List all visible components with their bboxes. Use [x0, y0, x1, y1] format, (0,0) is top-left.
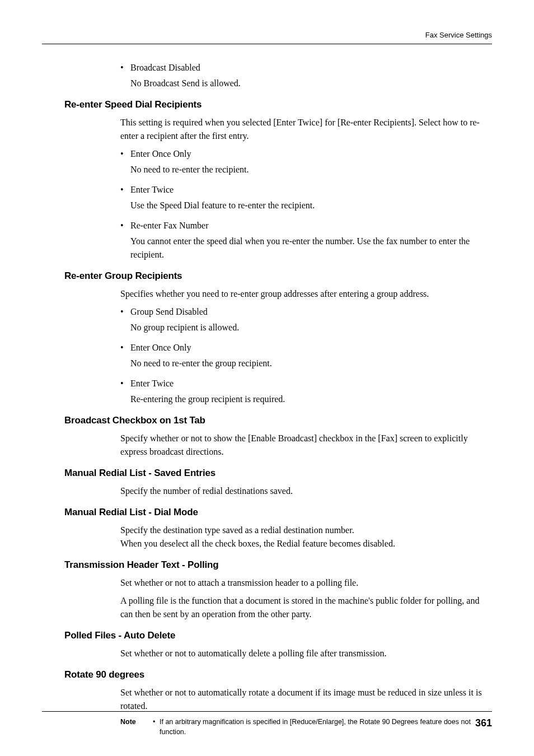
section-intro-2: A polling file is the function that a do… [64, 594, 492, 621]
section-intro: Specifies whether you need to re-enter g… [64, 287, 492, 301]
section-heading: Manual Redial List - Dial Mode [64, 507, 492, 518]
section-intro: Set whether or not to automatically rota… [64, 686, 492, 713]
bullet-item: • Group Send Disabled [64, 305, 492, 319]
bullet-desc: Use the Speed Dial feature to re-enter t… [64, 199, 492, 212]
bullet-item: • Enter Twice [64, 183, 492, 197]
bullet-item: • Enter Once Only [64, 341, 492, 354]
section-heading: Transmission Header Text - Polling [64, 559, 492, 571]
bullet-label: Enter Once Only [130, 147, 191, 161]
intro-bullet-desc: No Broadcast Send is allowed. [64, 77, 492, 90]
bullet-desc: Re-entering the group recipient is requi… [64, 393, 492, 406]
section-heading: Polled Files - Auto Delete [64, 630, 492, 641]
section-heading: Re-enter Group Recipients [64, 270, 492, 282]
section-heading: Rotate 90 degrees [64, 669, 492, 680]
section-heading: Manual Redial List - Saved Entries [64, 468, 492, 479]
page-content: • Broadcast Disabled No Broadcast Send i… [42, 61, 492, 737]
section-intro: Set whether or not to automatically dele… [64, 647, 492, 660]
page-header: Fax Service Settings [42, 31, 492, 44]
bullet-label: Enter Once Only [130, 341, 191, 354]
bullet-item: • Re-enter Fax Number [64, 219, 492, 232]
bullet-label: Enter Twice [130, 183, 174, 197]
bullet-icon: • [120, 341, 130, 354]
section-intro: Specify the number of redial destination… [64, 484, 492, 498]
bullet-label: Re-enter Fax Number [130, 219, 209, 232]
bullet-icon: • [120, 377, 130, 390]
intro-bullet: • Broadcast Disabled [64, 61, 492, 74]
section-intro: Specify the destination type saved as a … [64, 524, 492, 550]
bullet-desc: No need to re-enter the group recipient. [64, 357, 492, 370]
bullet-desc: No group recipient is allowed. [64, 321, 492, 334]
page-number: 361 [475, 717, 492, 729]
section-intro: Specify whether or not to show the [Enab… [64, 432, 492, 459]
section-intro: Set whether or not to attach a transmiss… [64, 576, 492, 590]
bullet-label: Group Send Disabled [130, 305, 208, 319]
bullet-desc: No need to re-enter the recipient. [64, 163, 492, 176]
intro-bullet-label: Broadcast Disabled [130, 61, 200, 74]
bullet-icon: • [120, 183, 130, 197]
bullet-desc: You cannot enter the speed dial when you… [64, 235, 492, 262]
bullet-item: • Enter Twice [64, 377, 492, 390]
bullet-item: • Enter Once Only [64, 147, 492, 161]
section-heading: Broadcast Checkbox on 1st Tab [64, 415, 492, 426]
bullet-icon: • [120, 305, 130, 319]
bullet-icon: • [120, 219, 130, 232]
bullet-icon: • [120, 61, 130, 74]
section-heading: Re-enter Speed Dial Recipients [64, 99, 492, 110]
header-section-title: Fax Service Settings [425, 31, 492, 39]
section-intro: This setting is required when you select… [64, 116, 492, 143]
page-footer: 361 [42, 711, 492, 729]
bullet-icon: • [120, 147, 130, 161]
bullet-label: Enter Twice [130, 377, 174, 390]
